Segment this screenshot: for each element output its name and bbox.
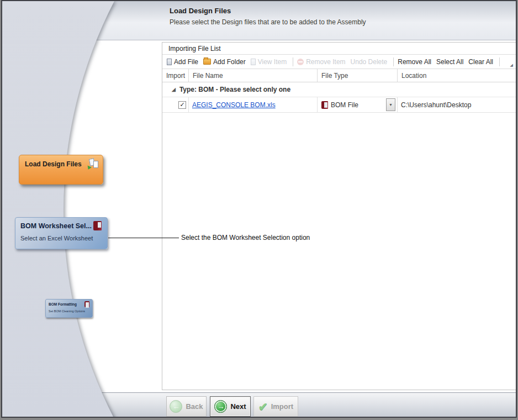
import-check-icon: ✔ bbox=[258, 401, 268, 412]
wizard-window: Load Design Files Please select the Desi… bbox=[1, 0, 517, 418]
file-type-dropdown-button[interactable]: ▾ bbox=[386, 98, 395, 111]
add-file-button[interactable]: Add File bbox=[167, 58, 198, 66]
toolbar-overflow-grip-icon[interactable]: ◢ bbox=[510, 63, 513, 67]
importing-file-list-panel: Importing File List Add File Add Folder … bbox=[162, 42, 516, 390]
add-file-icon bbox=[167, 59, 172, 65]
next-arrow-icon: → bbox=[214, 400, 227, 413]
back-button[interactable]: ← Back bbox=[166, 396, 207, 417]
view-item-button[interactable]: View Item bbox=[251, 58, 287, 66]
step-card-bom-formatting[interactable]: BOM Formatting Set BOM Cleaning Options bbox=[45, 299, 93, 318]
bom-file-icon bbox=[321, 101, 328, 109]
undo-delete-label: Undo Delete bbox=[351, 58, 388, 66]
remove-all-button[interactable]: Remove All bbox=[398, 58, 431, 66]
checkbox-check-icon: ✓ bbox=[179, 102, 184, 108]
undo-delete-button[interactable]: Undo Delete bbox=[351, 58, 388, 66]
import-checkbox[interactable]: ✓ bbox=[178, 101, 186, 109]
collapse-expander-icon[interactable]: ◢ bbox=[172, 87, 176, 92]
add-folder-button[interactable]: Add Folder bbox=[203, 58, 246, 66]
group-row[interactable]: ◢ Type: BOM - Please select only one bbox=[162, 82, 516, 97]
bom-formatting-icon bbox=[84, 301, 89, 307]
step-card-load-design-files[interactable]: Load Design Files bbox=[19, 155, 103, 185]
view-item-label: View Item bbox=[258, 58, 287, 66]
add-file-label: Add File bbox=[174, 58, 198, 66]
select-all-label: Select All bbox=[436, 58, 463, 66]
view-item-icon bbox=[251, 59, 256, 65]
file-name-link[interactable]: AEGIS_CONSOLE BOM.xls bbox=[189, 101, 276, 109]
table-row: ✓ AEGIS_CONSOLE BOM.xls BOM File ▾ C:\Us… bbox=[162, 97, 516, 113]
next-label: Next bbox=[230, 402, 246, 411]
back-arrow-icon: ← bbox=[170, 400, 182, 413]
file-name-cell: AEGIS_CONSOLE BOM.xls bbox=[189, 97, 318, 112]
file-type-cell: BOM File ▾ bbox=[318, 97, 398, 112]
remove-item-label: Remove Item bbox=[306, 58, 345, 66]
remove-item-button[interactable]: Remove Item bbox=[297, 58, 345, 66]
toolbar-separator bbox=[499, 57, 500, 66]
column-header-import[interactable]: Import bbox=[162, 69, 189, 82]
location-cell: C:\Users\ahunt\Desktop bbox=[398, 97, 516, 112]
excel-workbook-icon bbox=[93, 221, 102, 230]
step-title: Load Design Files bbox=[25, 160, 82, 168]
group-row-label: Type: BOM - Please select only one bbox=[179, 86, 290, 93]
step-subtitle: Select an Excel Worksheet bbox=[20, 235, 93, 242]
import-button[interactable]: ✔ Import bbox=[253, 396, 298, 417]
annotation-line bbox=[108, 238, 179, 238]
file-type-value: BOM File bbox=[331, 101, 358, 109]
next-button[interactable]: → Next bbox=[210, 396, 251, 417]
step-card-bom-worksheet-selection[interactable]: BOM Worksheet Sel... Select an Excel Wor… bbox=[15, 217, 108, 249]
import-label: Import bbox=[271, 402, 293, 411]
clear-all-label: Clear All bbox=[468, 58, 493, 66]
chevron-down-icon: ▾ bbox=[389, 102, 392, 107]
column-header-file-name[interactable]: File Name bbox=[189, 69, 318, 82]
annotation-text: Select the BOM Worksheet Selection optio… bbox=[181, 234, 310, 242]
panel-title: Importing File List bbox=[162, 43, 516, 55]
remove-item-icon bbox=[297, 59, 304, 65]
toolbar-separator bbox=[393, 57, 394, 66]
back-label: Back bbox=[186, 402, 203, 411]
column-header-location[interactable]: Location bbox=[398, 69, 516, 82]
load-files-icon bbox=[87, 159, 98, 170]
add-folder-icon bbox=[203, 59, 211, 65]
import-cell: ✓ bbox=[162, 97, 189, 112]
step-subtitle: Set BOM Cleaning Options bbox=[49, 309, 85, 313]
toolbar-separator bbox=[293, 57, 293, 66]
add-folder-label: Add Folder bbox=[213, 58, 246, 66]
column-header-file-type[interactable]: File Type bbox=[318, 69, 398, 82]
clear-all-button[interactable]: Clear All bbox=[468, 58, 493, 66]
table-header-row: Import File Name File Type Location bbox=[162, 69, 516, 82]
toolbar: Add File Add Folder View Item Remove Ite… bbox=[162, 55, 516, 69]
select-all-button[interactable]: Select All bbox=[436, 58, 463, 66]
step-title: BOM Worksheet Sel... bbox=[20, 222, 92, 230]
remove-all-label: Remove All bbox=[398, 58, 431, 66]
step-title: BOM Formatting bbox=[49, 302, 77, 306]
